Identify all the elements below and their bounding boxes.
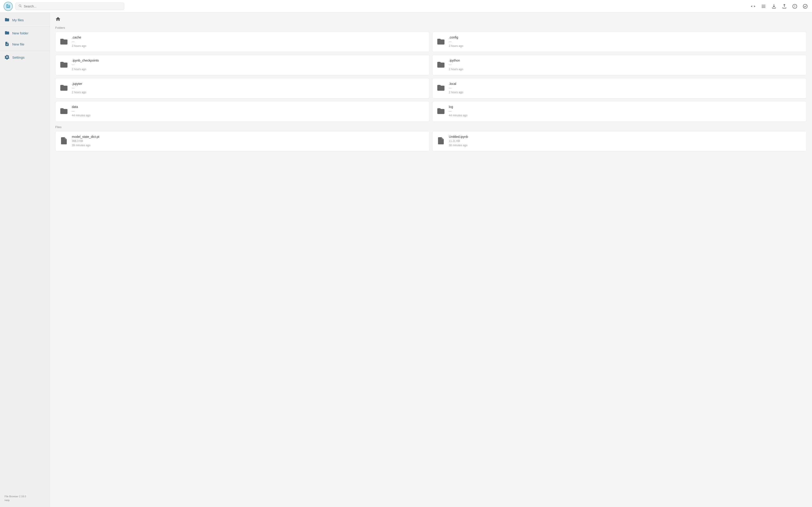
code-view-button[interactable] (750, 3, 756, 9)
dash: — (449, 63, 802, 67)
folder-time: 2 hours ago (72, 44, 86, 48)
folder-meta: — 2 hours ago (72, 86, 425, 95)
folder-time: 2 hours ago (449, 44, 463, 48)
folder-meta: — 2 hours ago (72, 63, 425, 71)
add-file-icon (5, 42, 9, 47)
version-label: File Browser 2.18.0 (5, 495, 45, 499)
folder-info: log — 44 minutes ago (449, 105, 802, 118)
svg-rect-5 (7, 6, 9, 7)
folder-card-ipython[interactable]: .ipython — 2 hours ago (432, 55, 807, 75)
gear-icon (5, 55, 9, 60)
upload-button[interactable] (781, 3, 788, 9)
svg-line-7 (20, 6, 21, 7)
folder-info: .ipython — 2 hours ago (449, 59, 802, 71)
sidebar-item-my-files[interactable]: My files (0, 14, 50, 25)
help-link[interactable]: Help (5, 498, 45, 502)
search-bar[interactable] (15, 2, 124, 10)
app-logo[interactable] (4, 2, 13, 11)
folders-grid: .cache — 2 hours ago .config — (55, 32, 807, 122)
folder-info: .config — 2 hours ago (449, 36, 802, 48)
folder-time: 2 hours ago (449, 68, 463, 71)
folder-name: .config (449, 36, 802, 39)
folder-icon (437, 60, 445, 70)
folder-card-local[interactable]: .local — 2 hours ago (432, 78, 807, 99)
file-meta: 11.21 KB 38 minutes ago (449, 139, 802, 148)
folder-meta: — 44 minutes ago (449, 109, 802, 118)
folder-meta: — 2 hours ago (449, 63, 802, 71)
svg-rect-4 (7, 5, 9, 6)
file-card-model-state-dict[interactable]: model_state_dict.pt 368.3 KB 39 minutes … (55, 131, 429, 152)
dash: — (449, 109, 802, 113)
folder-icon (5, 17, 9, 23)
folder-time: 2 hours ago (72, 68, 86, 71)
sidebar-divider-1 (0, 26, 50, 27)
folder-name: .cache (72, 36, 425, 39)
folder-info: .cache — 2 hours ago (72, 36, 425, 48)
sidebar-item-label: New file (12, 42, 24, 46)
folder-info: .jupyter — 2 hours ago (72, 82, 425, 95)
dash: — (449, 86, 802, 90)
list-view-button[interactable] (760, 3, 767, 9)
folder-icon (60, 107, 68, 116)
download-button[interactable] (771, 3, 777, 9)
sidebar-item-label: My files (12, 18, 24, 22)
folder-meta: — 44 minutes ago (72, 109, 425, 118)
folder-time: 44 minutes ago (72, 114, 90, 117)
folder-info: data — 44 minutes ago (72, 105, 425, 118)
sidebar-footer: File Browser 2.18.0 Help (0, 492, 50, 505)
folder-icon (437, 83, 445, 93)
folder-card-ipynb-checkpoints[interactable]: .ipynb_checkpoints — 2 hours ago (55, 55, 429, 75)
search-input[interactable] (24, 5, 121, 8)
info-button[interactable] (792, 3, 798, 9)
folder-icon (60, 37, 68, 47)
svg-point-14 (803, 4, 807, 8)
folder-icon (60, 83, 68, 93)
dash: — (72, 86, 425, 90)
file-card-untitled-ipynb[interactable]: Untitled.ipynb 11.21 KB 38 minutes ago (432, 131, 807, 152)
folder-time: 44 minutes ago (449, 114, 467, 117)
svg-point-6 (19, 5, 21, 7)
file-info: Untitled.ipynb 11.21 KB 38 minutes ago (449, 135, 802, 148)
file-name: model_state_dict.pt (72, 135, 425, 138)
sidebar-item-new-folder[interactable]: New folder (0, 27, 50, 39)
file-info: model_state_dict.pt 368.3 KB 39 minutes … (72, 135, 425, 148)
folder-card-config[interactable]: .config — 2 hours ago (432, 32, 807, 52)
folder-info: .local — 2 hours ago (449, 82, 802, 95)
file-time: 39 minutes ago (72, 144, 90, 147)
folder-name: log (449, 105, 802, 109)
file-meta: 368.3 KB 39 minutes ago (72, 139, 425, 148)
file-icon (60, 136, 68, 146)
folder-icon (60, 60, 68, 70)
svg-rect-3 (6, 4, 8, 5)
folder-time: 2 hours ago (72, 91, 86, 94)
header-actions (750, 3, 808, 9)
folder-name: .ipynb_checkpoints (72, 59, 425, 62)
home-icon (55, 16, 61, 22)
folder-icon (437, 37, 445, 47)
folder-meta: — 2 hours ago (449, 40, 802, 48)
folder-card-log[interactable]: log — 44 minutes ago (432, 101, 807, 121)
folder-icon (437, 107, 445, 116)
folder-card-cache[interactable]: .cache — 2 hours ago (55, 32, 429, 52)
check-button[interactable] (802, 3, 808, 9)
sidebar: My files New folder (0, 13, 50, 507)
file-time: 38 minutes ago (449, 144, 467, 147)
folder-meta: — 2 hours ago (72, 40, 425, 48)
folder-name: data (72, 105, 425, 109)
folder-info: .ipynb_checkpoints — 2 hours ago (72, 59, 425, 71)
folder-time: 2 hours ago (449, 91, 463, 94)
folder-name: .jupyter (72, 82, 425, 86)
sidebar-item-new-file[interactable]: New file (0, 39, 50, 50)
content-area: Folders .cache — 2 hours ago (50, 13, 812, 507)
dash: — (72, 40, 425, 44)
breadcrumb[interactable] (55, 16, 807, 22)
folder-card-data[interactable]: data — 44 minutes ago (55, 101, 429, 121)
folder-card-jupyter[interactable]: .jupyter — 2 hours ago (55, 78, 429, 99)
sidebar-divider-2 (0, 51, 50, 51)
sidebar-item-settings[interactable]: Settings (0, 52, 50, 63)
dash: — (72, 63, 425, 67)
file-name: Untitled.ipynb (449, 135, 802, 138)
sidebar-item-label: New folder (12, 31, 29, 35)
folders-section-label: Folders (55, 26, 807, 30)
file-size: 11.21 KB (449, 139, 802, 143)
